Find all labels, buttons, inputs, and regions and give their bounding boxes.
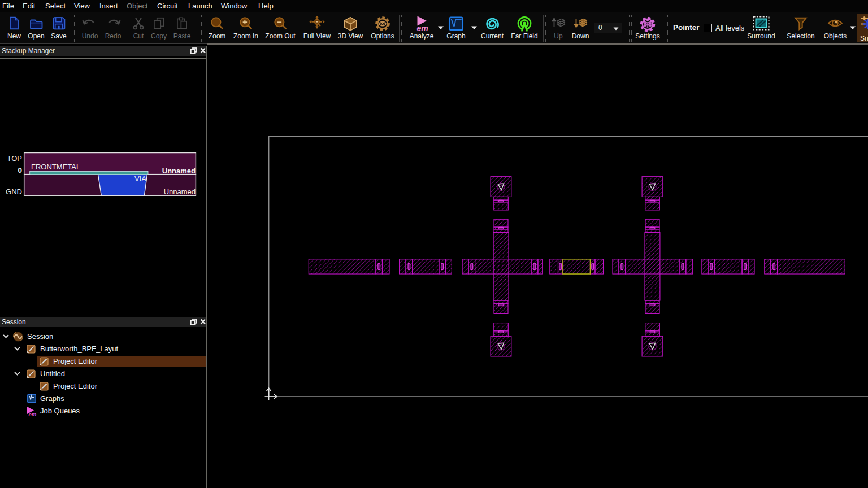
svg-text:FRONTMETAL: FRONTMETAL xyxy=(31,163,80,171)
svg-text:TOP: TOP xyxy=(7,154,23,163)
svg-text:GND: GND xyxy=(6,188,22,196)
svg-text:Unnamed: Unnamed xyxy=(162,167,196,175)
svg-text:em: em xyxy=(29,411,37,417)
svg-text:em: em xyxy=(417,24,428,32)
svg-text:VIA: VIA xyxy=(134,175,146,183)
svg-text:0: 0 xyxy=(18,166,22,175)
svg-text:Unnamed: Unnamed xyxy=(164,188,196,196)
